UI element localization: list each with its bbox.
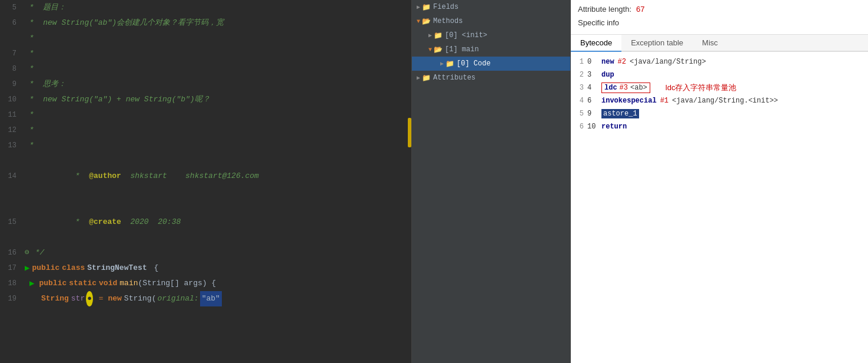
- code-line-19: 19 String str ● = new String( original: …: [0, 291, 411, 306]
- bc-offset-1: 0: [587, 58, 598, 66]
- bc-linenum-1: 1: [576, 58, 584, 66]
- bc-line-6: 6 10 return: [576, 120, 863, 133]
- folder-main-icon: 📂: [433, 45, 443, 54]
- ldc-annotation: ldc存入字符串常量池: [666, 82, 737, 93]
- bc-arg-1: <java/lang/String>: [630, 58, 706, 66]
- tree-arrow-code: ▶: [440, 60, 444, 67]
- bc-offset-6: 10: [587, 123, 598, 131]
- tree-item-attributes[interactable]: ▶ 📁 Attributes: [412, 71, 570, 85]
- bc-arg-3: <ab>: [630, 84, 647, 92]
- bc-ref-1: #2: [618, 58, 626, 66]
- attr-info-section: Attribute length: 67 Specific info: [571, 0, 868, 35]
- bc-linenum-3: 3: [576, 84, 584, 92]
- code-line-7: 7 *: [0, 46, 411, 61]
- tree-label-code: [0] Code: [457, 60, 491, 68]
- code-line-13: 13 *: [0, 138, 411, 153]
- code-line-10: 10 * new String("a") + new String("b")呢？: [0, 92, 411, 107]
- bc-offset-2: 3: [587, 71, 598, 79]
- bc-instr-1: new: [601, 58, 614, 66]
- tab-bytecode[interactable]: Bytecode: [571, 35, 621, 52]
- bc-linenum-2: 2: [576, 71, 584, 79]
- bc-linenum-6: 6: [576, 123, 584, 131]
- bc-instr-3: ldc: [604, 84, 617, 92]
- tree-item-fields[interactable]: ▶ 📁 Fields: [412, 0, 570, 14]
- specific-info-label: Specific info: [578, 18, 619, 27]
- bc-line-3: 3 4 ldc #3 <ab> ldc存入字符串常量池: [576, 81, 863, 94]
- code-line-16: 16 ⊖ */: [0, 245, 411, 260]
- bytecode-content: 1 0 new #2 <java/lang/String> 2 3 dup 3 …: [571, 52, 868, 363]
- tree-item-methods[interactable]: ▼ 📂 Methods: [412, 14, 570, 28]
- code-line-6: 6 * new String("ab")会创建几个对象？看字节码，宽: [0, 15, 411, 31]
- bc-offset-3: 4: [587, 84, 598, 92]
- class-tree-panel: ▶ 📁 Fields ▼ 📂 Methods ▶ 📁 [0] <init> ▼ …: [412, 0, 571, 363]
- tree-item-code[interactable]: ▶ 📁 [0] Code: [412, 57, 570, 71]
- folder-fields-icon: 📁: [421, 2, 431, 12]
- scrollbar-indicator[interactable]: [408, 118, 411, 147]
- bc-line-5: 5 9 astore_1: [576, 107, 863, 120]
- code-line-9: 9 * 思考：: [0, 77, 411, 92]
- attr-length-value: 67: [636, 5, 644, 14]
- bc-ldc-box: ldc #3 <ab>: [601, 82, 650, 93]
- code-line-18: 18 ▶ public static void main ( String[] …: [0, 276, 411, 291]
- bytecode-panel: Attribute length: 67 Specific info Bytec…: [571, 0, 868, 363]
- code-line-11: 11 *: [0, 107, 411, 123]
- bc-offset-5: 9: [587, 110, 598, 118]
- bc-line-2: 2 3 dup: [576, 68, 863, 81]
- bc-instr-5: astore_1: [601, 109, 639, 118]
- tree-label-main: [1] main: [445, 45, 479, 54]
- bc-line-4: 4 6 invokespecial #1 <java/lang/String.<…: [576, 94, 863, 107]
- code-line-12: 12 *: [0, 123, 411, 138]
- bytecode-tabs: Bytecode Exception table Misc: [571, 35, 868, 52]
- tree-label-fields: Fields: [433, 3, 458, 11]
- code-line-14: 14 * @author shkstart shkstart@126.com: [0, 153, 411, 199]
- code-line-5: 5 * 题目：: [0, 0, 411, 15]
- folder-methods-icon: 📂: [421, 16, 431, 26]
- tree-arrow-init: ▶: [428, 32, 432, 39]
- tree-label-init: [0] <init>: [445, 31, 487, 39]
- tab-misc[interactable]: Misc: [693, 35, 727, 52]
- folder-code-icon: 📁: [445, 59, 454, 68]
- tree-item-init[interactable]: ▶ 📁 [0] <init>: [412, 28, 570, 42]
- tree-item-main[interactable]: ▼ 📂 [1] main: [412, 42, 570, 57]
- bc-ref-4: #1: [660, 97, 669, 105]
- bc-arg-4: <java/lang/String.<init>>: [672, 97, 778, 105]
- tree-label-attributes: Attributes: [433, 74, 475, 82]
- bc-offset-4: 6: [587, 97, 598, 105]
- bc-instr-4: invokespecial: [601, 97, 657, 105]
- tree-arrow-attributes: ▶: [417, 74, 420, 81]
- code-editor: 5 * 题目： 6 * new String("ab")会创建几个对象？看字节码…: [0, 0, 412, 363]
- bc-instr-6: return: [601, 123, 627, 131]
- code-line-17: 17 ▶ public class StringNewTest {: [0, 260, 411, 276]
- tree-label-methods: Methods: [433, 17, 463, 25]
- bc-linenum-4: 4: [576, 97, 584, 105]
- attr-length-label: Attribute length:: [578, 5, 631, 14]
- folder-attributes-icon: 📁: [421, 73, 431, 82]
- specific-info-row: Specific info: [578, 16, 861, 27]
- folder-init-icon: 📁: [433, 31, 443, 40]
- tab-exception-table[interactable]: Exception table: [621, 35, 693, 52]
- tree-arrow-main: ▼: [428, 47, 432, 53]
- bc-line-1: 1 0 new #2 <java/lang/String>: [576, 55, 863, 68]
- bc-ref-3: #3: [620, 84, 628, 92]
- bc-instr-2: dup: [601, 71, 614, 79]
- tree-arrow-fields: ▶: [417, 4, 420, 11]
- code-line-8: 8 *: [0, 61, 411, 77]
- bc-linenum-5: 5: [576, 110, 584, 118]
- attr-length-row: Attribute length: 67: [578, 5, 861, 14]
- code-line-blank1: *: [0, 31, 411, 46]
- code-line-15: 15 * @create 2020 20:38: [0, 199, 411, 245]
- tree-arrow-methods: ▼: [417, 18, 420, 25]
